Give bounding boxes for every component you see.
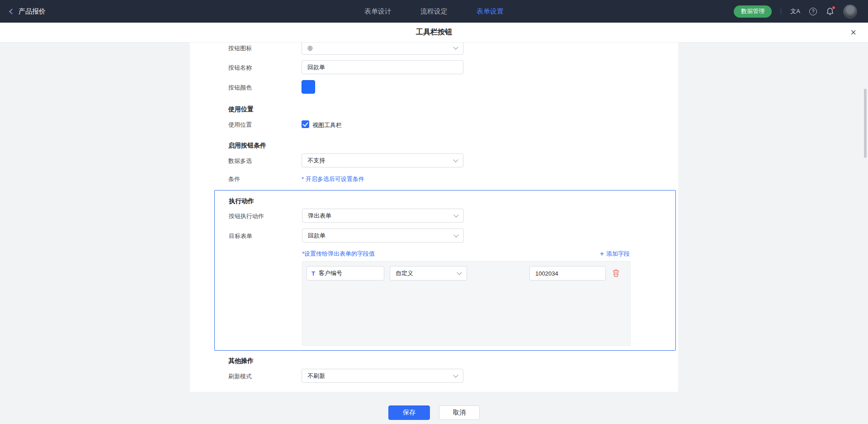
topbar-tabs: 表单设计 流程设定 表单设置 (364, 0, 504, 23)
topbar: 产品报价 表单设计 流程设定 表单设置 数据管理 文A ? (0, 0, 868, 23)
add-field-label: 添加字段 (606, 250, 630, 258)
back-button[interactable]: 产品报价 (10, 0, 46, 23)
tab-form-design[interactable]: 表单设计 (364, 7, 392, 16)
field-label-condition: 条件 (228, 175, 240, 183)
exec-action-dropdown[interactable]: 弹出表单 (302, 209, 464, 223)
divider (781, 8, 781, 15)
target-form-value: 回款单 (308, 232, 326, 240)
refresh-mode-dropdown[interactable]: 不刷新 (302, 369, 463, 383)
chevron-down-icon (453, 157, 458, 162)
selected-button-icon: ◎ (307, 44, 312, 51)
section-title-enable-condition: 启用按钮条件 (228, 142, 266, 150)
back-chevron-icon (9, 9, 15, 14)
value-source-value: 自定义 (396, 269, 413, 277)
chevron-down-icon (457, 270, 462, 275)
button-icon-select[interactable]: ◎ (302, 43, 463, 55)
notification-bell-icon[interactable] (826, 7, 834, 15)
save-button[interactable]: 保存 (388, 405, 430, 420)
exec-action-value: 弹出表单 (308, 212, 331, 220)
chevron-down-icon (453, 372, 458, 377)
field-values-hint: *设置传给弹出表单的字段值 (302, 250, 375, 258)
section-title-other: 其他操作 (228, 357, 254, 365)
multi-select-dropdown[interactable]: 不支持 (302, 153, 463, 167)
footer: 保存 取消 (0, 405, 868, 420)
tab-workflow[interactable]: 流程设定 (420, 7, 448, 16)
add-field-button[interactable]: + 添加字段 (600, 250, 630, 258)
close-icon[interactable]: × (850, 28, 856, 38)
field-label-target-form: 目标表单 (229, 232, 252, 240)
button-color-swatch[interactable] (302, 80, 315, 94)
action-section: 执行动作 按钮执行动作 弹出表单 目标表单 回款单 *设置传给弹出表单的字段值 … (214, 190, 676, 351)
translate-icon[interactable]: 文A (790, 7, 800, 15)
custom-value-input[interactable] (529, 266, 606, 281)
settings-panel: 按钮图标 ◎ 按钮名称 按钮颜色 使用位置 使用位置 视图工具栏 启用按钮条件 … (190, 43, 678, 392)
refresh-mode-value: 不刷新 (307, 372, 325, 380)
chevron-down-icon (453, 232, 458, 237)
target-form-dropdown[interactable]: 回款单 (302, 229, 464, 243)
field-label-button-icon: 按钮图标 (228, 44, 252, 52)
section-title-action: 执行动作 (229, 197, 254, 205)
help-icon[interactable]: ? (809, 8, 817, 15)
field-label-button-name: 按钮名称 (228, 64, 252, 72)
button-name-input[interactable] (302, 60, 463, 74)
field-label-refresh-mode: 刷新模式 (228, 372, 252, 381)
notification-dot (832, 6, 835, 9)
content-area: 按钮图标 ◎ 按钮名称 按钮颜色 使用位置 使用位置 视图工具栏 启用按钮条件 … (0, 43, 868, 424)
data-manage-button[interactable]: 数据管理 (734, 5, 772, 18)
app-title: 产品报价 (19, 7, 46, 16)
avatar[interactable] (843, 5, 857, 19)
condition-hint: * 开启多选后可设置条件 (302, 175, 364, 183)
delete-icon[interactable] (613, 269, 619, 277)
chevron-down-icon (453, 212, 458, 217)
chevron-down-icon (453, 44, 458, 49)
field-label-button-color: 按钮颜色 (228, 84, 252, 92)
text-field-icon: T (311, 270, 315, 277)
field-label-usage: 使用位置 (228, 121, 252, 129)
plus-icon: + (600, 250, 604, 257)
scrollbar[interactable] (864, 89, 867, 158)
field-label-exec-action: 按钮执行动作 (229, 212, 264, 220)
view-toolbar-checkbox[interactable] (302, 120, 309, 128)
field-mapping-panel: T 客户编号 等于 自定义 (302, 261, 631, 346)
topbar-actions: 数据管理 文A ? (734, 0, 857, 23)
modal-header: 工具栏按钮 × (0, 23, 868, 43)
target-field-name: 客户编号 (319, 269, 342, 277)
value-source-dropdown[interactable]: 自定义 (390, 266, 467, 281)
section-title-usage: 使用位置 (228, 105, 254, 114)
view-toolbar-checkbox-label: 视图工具栏 (312, 121, 342, 129)
target-field-select[interactable]: T 客户编号 (307, 266, 384, 281)
field-label-multi-select: 数据多选 (228, 157, 252, 165)
multi-select-value: 不支持 (307, 157, 325, 165)
page-title: 工具栏按钮 (416, 28, 452, 37)
tab-form-settings[interactable]: 表单设置 (476, 7, 504, 16)
cancel-button[interactable]: 取消 (439, 405, 480, 420)
